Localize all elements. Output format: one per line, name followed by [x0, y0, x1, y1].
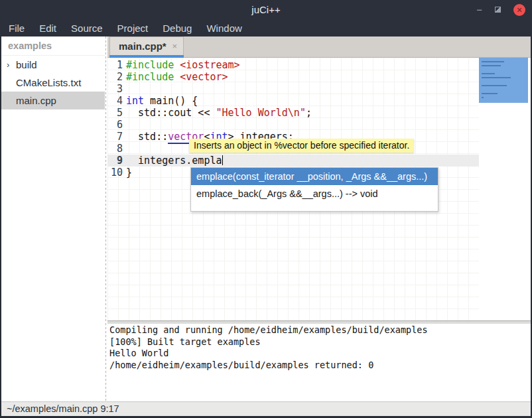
- line-number: 2: [107, 71, 123, 83]
- menu-item-edit[interactable]: Edit: [32, 21, 64, 36]
- menu-item-window[interactable]: Window: [199, 21, 249, 36]
- output-line: Compiling and running /home/eidheim/exam…: [109, 324, 531, 336]
- title-bar[interactable]: juCi++ − ✕: [0, 0, 532, 19]
- line-number: 8: [107, 143, 123, 155]
- autocomplete-popup: emplace(const_iterator __position, _Args…: [190, 167, 438, 212]
- window-title: juCi++: [0, 0, 532, 19]
- sidebar-item-cmakelists-txt[interactable]: CMakeLists.txt: [1, 74, 105, 92]
- menu-item-source[interactable]: Source: [64, 21, 110, 36]
- minimap-code-line: [482, 77, 511, 78]
- line-number: 7: [107, 131, 123, 143]
- sidebar-item-label: main.cpp: [16, 92, 56, 109]
- minimap-code-line: [482, 61, 504, 62]
- line-number: 6: [107, 119, 123, 131]
- tab-main-cpp[interactable]: main.cpp* ×: [109, 36, 184, 58]
- minimize-button[interactable]: −: [476, 7, 482, 13]
- menu-item-project[interactable]: Project: [110, 21, 156, 36]
- minimap-visible-region[interactable]: [479, 58, 528, 103]
- minimap-code-line: [482, 85, 507, 86]
- line-number: 10: [107, 167, 123, 178]
- menu-item-debug[interactable]: Debug: [155, 21, 199, 36]
- status-bar: ~/examples/main.cpp 9:17: [1, 401, 531, 416]
- tab-close-icon[interactable]: ×: [172, 37, 177, 56]
- code-line: integers.empla: [126, 155, 223, 167]
- line-number: 1: [107, 59, 123, 71]
- text-cursor: [222, 155, 224, 165]
- code-line: #include <iostream>: [126, 59, 240, 71]
- source-minimap[interactable]: [479, 58, 531, 320]
- menu-item-file[interactable]: File: [1, 21, 32, 36]
- window-controls: − ✕: [476, 0, 525, 19]
- tab-bar: main.cpp* ×: [107, 36, 531, 58]
- output-line: /home/eidheim/examples/build/examples re…: [109, 360, 531, 372]
- code-line: int main() {: [126, 95, 198, 107]
- restore-icon[interactable]: [495, 7, 501, 13]
- code-line: std::cout << "Hello World\n";: [126, 107, 312, 119]
- project-name-header: examples: [1, 36, 105, 56]
- line-number: 3: [107, 83, 123, 95]
- menu-bar: FileEditSourceProjectDebugWindow: [0, 19, 532, 36]
- minimap-code-line: [482, 65, 501, 66]
- sidebar-item-main-cpp[interactable]: main.cpp: [1, 92, 105, 109]
- close-button[interactable]: ✕: [513, 4, 525, 16]
- line-number: 9: [107, 155, 123, 167]
- completion-item[interactable]: emplace_back(_Args &&__args...) --> void: [191, 185, 438, 202]
- minimap-code-line: [482, 93, 498, 94]
- app-window: juCi++ − ✕ FileEditSourceProjectDebugWin…: [0, 0, 532, 418]
- chevron-right-icon[interactable]: ›: [7, 56, 16, 74]
- tab-label: main.cpp*: [119, 37, 166, 56]
- sidebar-item-build[interactable]: ›build: [1, 56, 105, 74]
- line-number: 4: [107, 95, 123, 107]
- sidebar-item-label: CMakeLists.txt: [16, 74, 81, 92]
- line-number: 5: [107, 107, 123, 119]
- code-line: #include <vector>: [126, 71, 228, 83]
- completion-item[interactable]: emplace(const_iterator __position, _Args…: [191, 168, 438, 185]
- minimap-code-line: [482, 97, 484, 98]
- output-line: Hello World: [109, 348, 531, 360]
- output-line: [100%] Built target examples: [109, 336, 531, 348]
- file-tree-panel: examples ›buildCMakeLists.txtmain.cpp: [1, 36, 105, 401]
- code-line: }: [126, 167, 132, 178]
- doc-tooltip: Inserts an object in %vector before spec…: [189, 139, 414, 153]
- build-output-panel[interactable]: Compiling and running /home/eidheim/exam…: [107, 324, 531, 401]
- minimap-code-line: [482, 73, 495, 74]
- sidebar-item-label: build: [16, 56, 37, 74]
